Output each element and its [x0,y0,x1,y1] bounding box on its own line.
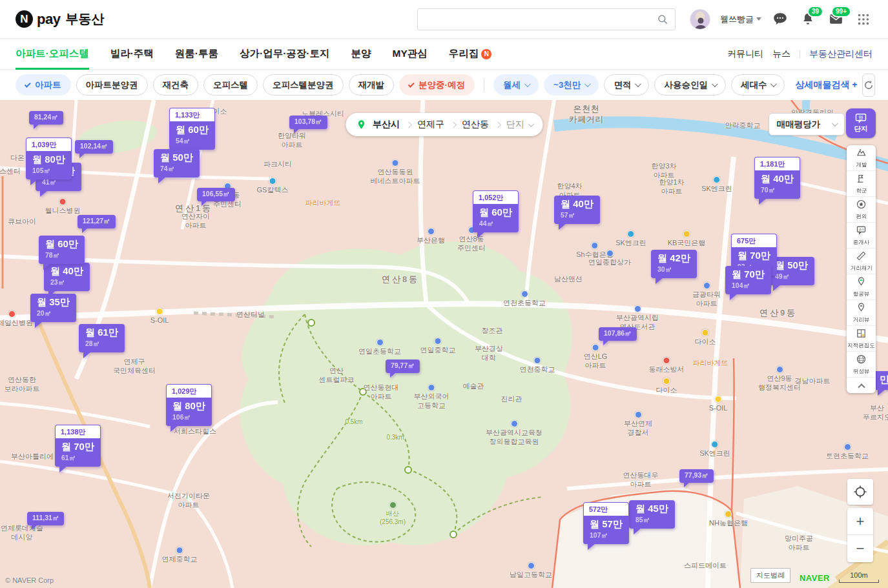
user-menu[interactable]: 웰쓰빵글 [720,14,761,25]
tool-label: 위성뷰 [853,367,870,375]
street-tool-button[interactable]: 거리뷰 [847,300,876,326]
zoom-out-button[interactable]: − [847,535,873,562]
complex-toggle-button[interactable]: 만 단지 [846,108,876,138]
price-marker[interactable]: 월 50만74㎡ [154,149,200,177]
price-marker[interactable]: 1,181만월 40만70㎡ [754,157,800,199]
satellite-icon [856,354,867,367]
check-icon [25,81,31,88]
tab-1[interactable]: 빌라·주택 [110,39,154,69]
tab-5[interactable]: MY관심 [393,39,428,69]
collapse-tools-button[interactable] [847,378,876,393]
search-bar[interactable] [417,8,676,30]
agent-tool-button[interactable]: 중개중개사 [847,223,876,248]
filter-chip-8[interactable]: 월세 [493,74,539,96]
filter-chip-2[interactable]: 재건축 [153,74,199,96]
dev-tool-button[interactable]: 개발 [847,145,876,171]
breadcrumb-dong[interactable]: 연산동 [462,119,489,130]
filter-chip-9[interactable]: ~3천만 [544,74,599,96]
mail-button[interactable]: 99+ [827,10,845,28]
filter-chip-0[interactable]: 아파트 [15,74,71,96]
filter-chip-3[interactable]: 오피스텔 [203,74,258,96]
marker-tail [390,372,396,378]
area-marker[interactable]: 77,93㎡ [679,469,714,483]
area-marker[interactable]: 103,78㎡ [289,116,327,129]
price-marker[interactable]: 1,138만월 70만61㎡ [55,425,101,467]
tool-label: 학군 [856,187,867,194]
area-marker[interactable]: 121,27㎡ [77,215,116,228]
area-marker[interactable]: 111,31㎡ [27,512,64,525]
marker-area: 30㎡ [657,265,690,274]
marker-price-per-pyeong: 1,133만 [169,108,215,121]
price-mode-dropdown[interactable]: 매매평당가 [769,113,845,136]
satellite-tool-button[interactable]: 위성뷰 [847,352,876,378]
filter-chip-11[interactable]: 사용승인일 [654,74,726,96]
search-icon[interactable] [657,14,668,25]
price-marker[interactable]: 1,133만월 60만54㎡ [169,108,215,150]
chip-label: 재개발 [358,79,385,91]
pay-logo-text: pay [37,11,60,28]
measure-tool-button[interactable]: 거리재기 [847,248,876,274]
tab-4[interactable]: 분양 [351,39,371,69]
price-marker[interactable]: 월 35만20㎡ [30,294,76,322]
breadcrumb-district[interactable]: 연제구 [417,119,444,130]
tab-0[interactable]: 아파트·오피스텔 [15,39,89,69]
price-marker[interactable]: 월 40만57㎡ [554,196,600,224]
naver-pay-realestate-logo[interactable]: N pay 부동산 [15,10,104,28]
filter-chip-4[interactable]: 오피스텔분양권 [263,74,344,96]
marker-rent: 월 45만 [635,503,668,515]
dev-icon [856,147,867,161]
price-marker[interactable]: 월 42만30㎡ [651,250,697,278]
detail-search-link[interactable]: 상세매물검색 + [795,79,857,91]
tab-3[interactable]: 상가·업무·공장·토지 [240,39,330,69]
tab-6[interactable]: 우리집N [449,39,492,69]
area-marker[interactable]: 106,55㎡ [197,188,235,201]
filter-chip-12[interactable]: 세대수 [731,74,785,96]
convenience-tool-button[interactable]: 편의 [847,197,876,223]
community-link[interactable]: 커뮤니티 [727,48,763,60]
filter-chip-6[interactable]: 분양중·예정 [399,74,475,96]
filter-chip-5[interactable]: 재개발 [349,74,395,96]
area-marker[interactable]: 107,86㎡ [599,327,637,341]
talk-button[interactable] [771,10,789,28]
apps-menu-button[interactable] [854,10,873,28]
zoom-in-button[interactable]: + [847,508,873,535]
price-marker[interactable]: 1,039만월 80만105㎡ [26,137,72,179]
breadcrumb-city[interactable]: 부산시 [373,119,400,130]
marker-area: 106,55㎡ [202,190,230,199]
price-marker[interactable]: 572만월 57만107㎡ [583,502,629,544]
tab-2[interactable]: 원룸·투룸 [175,39,218,69]
marker-rent: 월 50만 [160,152,193,164]
refresh-button[interactable] [862,74,875,97]
marker-rent: 월 50만 [775,259,808,272]
filter-chip-10[interactable]: 면적 [604,74,649,96]
marker-area: 105㎡ [32,167,65,176]
marker-rent: 월 35만 [37,296,70,309]
news-link[interactable]: 뉴스 [772,48,790,60]
price-marker[interactable]: 1,052만월 60만44㎡ [473,190,519,232]
marker-area: 49㎡ [775,272,808,281]
school-tool-button[interactable]: 학군 [847,171,876,197]
price-marker[interactable]: 월 45만85㎡ [629,500,675,529]
management-center-link[interactable]: 부동산관리센터 [809,48,873,60]
marker-tail [759,198,767,205]
notifications-button[interactable]: 39 [799,10,817,28]
price-marker[interactable]: 1,029만월 80만106㎡ [166,384,212,426]
search-input[interactable] [424,14,657,24]
price-marker[interactable]: 월 61만28㎡ [79,324,125,352]
map-legend-button[interactable]: 지도범례 [750,568,790,583]
area-marker[interactable]: 102,14㎡ [75,140,113,154]
area-marker[interactable]: 81,24㎡ [29,111,63,125]
breadcrumb-complex-dropdown[interactable]: 단지 [506,119,532,130]
locate-me-button[interactable] [847,479,873,505]
cadastral-tool-button[interactable]: 지적편집도 [847,326,876,352]
filter-chip-1[interactable]: 아파트분양권 [76,74,148,96]
marker-tail [634,528,641,534]
marker-rent: 월 80만 [172,400,205,412]
avatar[interactable] [690,9,710,30]
chat-bubble-icon [772,11,789,28]
marker-price-per-pyeong: 1,039만 [26,137,72,151]
aerial-tool-button[interactable]: 항공뷰 [847,274,876,300]
price-marker[interactable]: 월 60만78㎡ [39,236,85,264]
area-marker[interactable]: 79,77㎡ [386,360,420,373]
price-marker[interactable]: 월 70만104㎡ [725,266,771,294]
